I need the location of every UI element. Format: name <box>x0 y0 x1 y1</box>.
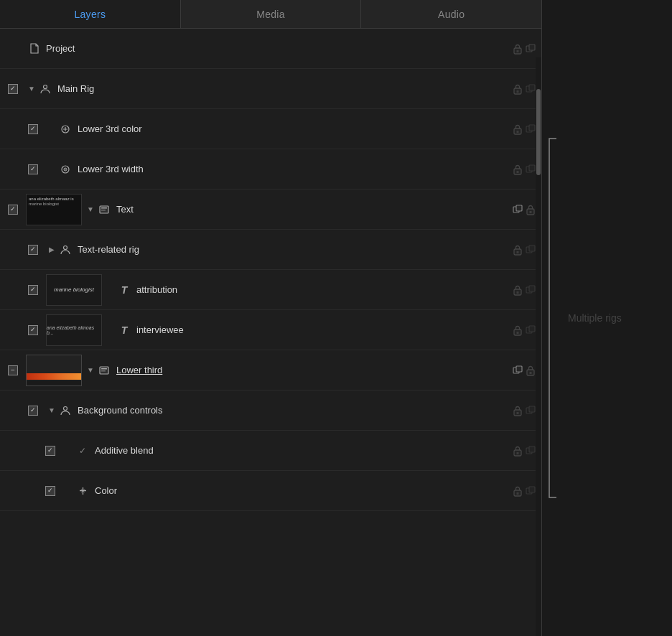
lock-icon-lower-3rd-color[interactable] <box>513 123 523 135</box>
lock-area-attribution <box>513 284 536 296</box>
lock-area-additive-blend <box>513 445 536 457</box>
lock-icon-lower-3rd-width[interactable] <box>513 164 523 175</box>
checkbox-color[interactable] <box>37 486 63 496</box>
project-doc-icon <box>26 43 42 54</box>
lock-area-background-controls <box>513 405 536 416</box>
lock-icon-project[interactable] <box>513 43 523 55</box>
checkbox-text-related-rig-box[interactable] <box>28 245 38 255</box>
svg-rect-36 <box>529 286 535 291</box>
checkbox-main-rig[interactable] <box>0 84 26 94</box>
checkbox-lower-3rd-color[interactable] <box>20 124 46 134</box>
layer-name-additive-blend: Additive blend <box>92 445 513 456</box>
bracket-svg <box>545 131 559 505</box>
lock-icon-interviewee[interactable] <box>513 324 523 336</box>
svg-rect-23 <box>101 210 106 211</box>
group-icon-additive-blend[interactable] <box>526 446 536 456</box>
lock-icon-background-controls[interactable] <box>513 405 523 416</box>
lock-area-lower-3rd-width <box>513 164 536 175</box>
layer-row-interviewee: ana elizabeth almoas b... T interviewee <box>0 310 541 350</box>
lock-area-color <box>513 485 536 497</box>
layer-row-text-related-rig: ▶ Text-related rig <box>0 230 541 270</box>
scrollbar[interactable] <box>536 57 541 636</box>
checkbox-lower-3rd-color-box[interactable] <box>28 124 38 134</box>
layer-row-background-controls: ▼ Background controls <box>0 391 541 431</box>
lower-third-group-icon <box>96 365 112 375</box>
checkbox-interviewee[interactable] <box>20 325 46 335</box>
lock-icon-lower-third[interactable] <box>526 365 536 376</box>
checkbox-background-controls-box[interactable] <box>28 406 38 416</box>
expand-main-rig[interactable]: ▼ <box>26 85 37 93</box>
svg-rect-60 <box>529 487 535 492</box>
group-icon-text-related-rig[interactable] <box>526 245 536 255</box>
lock-icon-color[interactable] <box>513 485 523 497</box>
annotation-area: Multiple rigs <box>542 0 672 636</box>
group-icon-main-rig[interactable] <box>526 84 536 94</box>
layer-row-attribution: marine biologist T attribution <box>0 270 541 310</box>
checkbox-attribution[interactable] <box>20 285 46 295</box>
group-icon-attribution[interactable] <box>526 285 536 295</box>
checkbox-lower-third-box[interactable] <box>8 365 18 375</box>
group-icon-project[interactable] <box>526 44 536 54</box>
checkbox-additive-blend-box[interactable] <box>45 446 55 456</box>
expand-lower-third[interactable]: ▼ <box>85 366 96 374</box>
svg-rect-45 <box>516 366 522 372</box>
lock-icon-text[interactable] <box>526 204 536 215</box>
checkbox-interviewee-box[interactable] <box>28 325 38 335</box>
layer-name-lower-3rd-width: Lower 3rd width <box>75 164 513 174</box>
lock-area-lower-3rd-color <box>513 123 536 135</box>
svg-rect-25 <box>516 205 522 211</box>
lock-area-project <box>513 43 536 55</box>
layers-list: Project ▼ <box>0 29 541 636</box>
svg-point-48 <box>64 406 67 410</box>
expand-text-related-rig[interactable]: ▶ <box>46 245 57 253</box>
checkbox-additive-blend[interactable] <box>37 446 63 456</box>
lower-3rd-width-icon <box>57 164 73 174</box>
checkbox-main-rig-box[interactable] <box>8 84 18 94</box>
expand-text[interactable]: ▼ <box>85 205 96 213</box>
lock-icon-attribution[interactable] <box>513 284 523 296</box>
background-controls-icon <box>57 406 73 416</box>
checkbox-text-box[interactable] <box>8 205 18 215</box>
lock-icon-additive-blend[interactable] <box>513 445 523 457</box>
checkbox-background-controls[interactable] <box>20 406 46 416</box>
text-group-icon <box>96 205 112 215</box>
checkbox-attribution-box[interactable] <box>28 285 38 295</box>
lock-area-lower-third <box>513 365 536 376</box>
layer-name-text-related-rig: Text-related rig <box>75 244 513 255</box>
svg-rect-3 <box>529 45 535 50</box>
tab-audio[interactable]: Audio <box>361 0 541 28</box>
group-icon-lower-3rd-color[interactable] <box>526 124 536 134</box>
layer-name-color: Color <box>92 485 513 496</box>
tab-media[interactable]: Media <box>181 0 362 28</box>
svg-rect-27 <box>530 211 532 213</box>
expand-background-controls[interactable]: ▼ <box>46 406 57 414</box>
checkbox-color-box[interactable] <box>45 486 55 496</box>
checkbox-lower-third[interactable] <box>0 365 26 375</box>
svg-rect-47 <box>530 372 532 374</box>
svg-rect-38 <box>517 332 519 334</box>
svg-rect-42 <box>101 368 107 370</box>
group-icon-color[interactable] <box>526 486 536 496</box>
group-icon-lower-third[interactable] <box>513 365 523 375</box>
svg-rect-13 <box>529 125 535 131</box>
additive-blend-icon: ✓ <box>75 446 90 456</box>
checkbox-lower-3rd-width-box[interactable] <box>28 164 38 174</box>
lock-icon-text-related-rig[interactable] <box>513 244 523 256</box>
group-icon-interviewee[interactable] <box>526 325 536 335</box>
thumbnail-interviewee: ana elizabeth almoas b... <box>46 314 102 346</box>
thumbnail-text: ana elizabeth almaaz is marine biologist <box>26 194 82 225</box>
layer-row-lower-3rd-width: Lower 3rd width <box>0 149 541 190</box>
layer-row-lower-3rd-color: Lower 3rd color <box>0 109 541 149</box>
layer-row-text: ana elizabeth almaaz is marine biologist… <box>0 190 541 230</box>
svg-point-4 <box>44 85 47 88</box>
checkbox-text-related-rig[interactable] <box>20 245 46 255</box>
group-icon-background-controls[interactable] <box>526 406 536 416</box>
checkbox-text[interactable] <box>0 205 26 215</box>
group-icon-text[interactable] <box>513 205 523 215</box>
svg-rect-8 <box>529 85 535 90</box>
lock-icon-main-rig[interactable] <box>513 83 523 95</box>
tab-layers[interactable]: Layers <box>0 0 181 28</box>
checkbox-lower-3rd-width[interactable] <box>20 164 46 174</box>
scrollbar-thumb[interactable] <box>536 89 541 175</box>
group-icon-lower-3rd-width[interactable] <box>526 164 536 174</box>
